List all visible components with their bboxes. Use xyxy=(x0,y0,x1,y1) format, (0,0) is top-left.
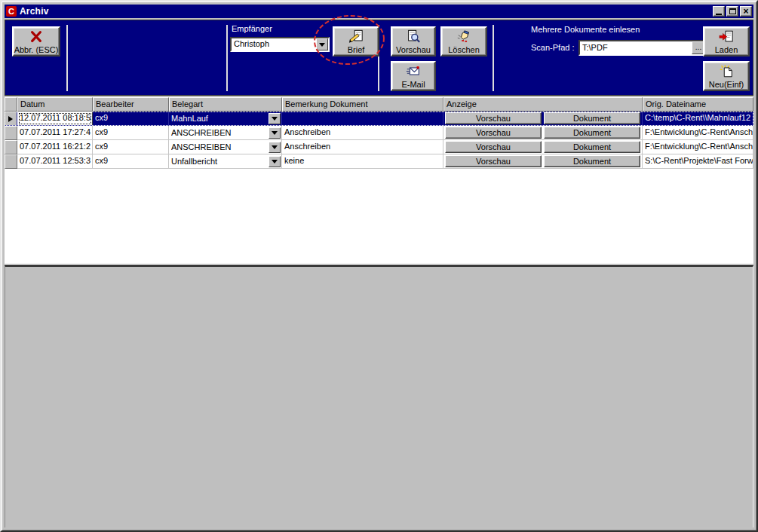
header-orig-dateiname[interactable]: Orig. Dateiname xyxy=(643,97,753,112)
loeschen-button-label: Löschen xyxy=(448,45,480,54)
table-row[interactable]: 07.07.2011 17:27:4 cx9 ANSCHREIBEN Ansch… xyxy=(5,126,753,140)
belegart-dropdown-button[interactable] xyxy=(269,142,281,153)
grid-header-row: Datum Bearbeiter Belegart Bemerkung Doku… xyxy=(5,97,753,112)
brief-button[interactable]: Brief xyxy=(333,26,379,57)
current-row-arrow-icon xyxy=(8,116,16,122)
new-document-icon xyxy=(719,64,734,79)
laden-button[interactable]: Laden xyxy=(703,26,750,57)
minimize-button[interactable] xyxy=(713,6,725,17)
scan-pfad-value: T:\PDF xyxy=(580,41,692,54)
empfaenger-combobox[interactable]: Christoph xyxy=(230,37,330,52)
abort-button[interactable]: Abbr. (ESC) xyxy=(12,26,60,57)
loeschen-button[interactable]: Löschen xyxy=(440,26,487,57)
cell-belegart: ANSCHREIBEN xyxy=(169,140,282,154)
close-icon: × xyxy=(743,8,748,15)
cell-belegart: MahnLauf xyxy=(169,112,282,126)
belegart-dropdown-button[interactable] xyxy=(269,113,281,124)
chevron-down-icon xyxy=(272,145,278,152)
maximize-button[interactable] xyxy=(726,6,738,17)
cell-belegart: Unfallbericht xyxy=(169,154,282,169)
toolbar-separator xyxy=(226,25,228,91)
red-x-icon xyxy=(29,29,43,44)
header-datum[interactable]: Datum xyxy=(17,97,93,112)
chevron-down-icon xyxy=(272,117,278,124)
header-belegart[interactable]: Belegart xyxy=(169,97,282,112)
cell-anzeige: Vorschau Dokument xyxy=(443,154,643,169)
row-vorschau-button[interactable]: Vorschau xyxy=(445,141,542,153)
scan-pfad-field[interactable]: T:\PDF ... xyxy=(578,40,707,56)
mehrere-dokumente-label: Mehrere Dokumente einlesen xyxy=(531,25,640,34)
row-selector-cell xyxy=(5,112,17,126)
app-logo-icon: C xyxy=(6,6,17,17)
cell-orig-dateiname: F:\Entwicklung\C-Rent\Ansch xyxy=(643,140,753,154)
cell-datum: 07.07.2011 17:27:4 xyxy=(17,126,93,140)
vorschau-button-label: Vorschau xyxy=(396,45,431,54)
row-dokument-button[interactable]: Dokument xyxy=(544,141,640,153)
chevron-down-icon xyxy=(319,43,325,50)
row-dokument-button[interactable]: Dokument xyxy=(544,127,640,139)
archiv-window: C Archiv × Abbr. (ESC) Empfänger Christo… xyxy=(0,0,758,532)
cell-anzeige: Vorschau Dokument xyxy=(443,126,643,140)
cell-orig-dateiname: C:\temp\C-Rent\\Mahnlauf12 xyxy=(643,112,753,126)
belegart-dropdown-button[interactable] xyxy=(269,156,281,167)
eraser-icon xyxy=(456,29,471,44)
preview-panel xyxy=(5,265,753,527)
row-vorschau-button[interactable]: Vorschau xyxy=(445,112,542,124)
cell-datum: 12.07.2011 08:18:5 xyxy=(17,112,93,126)
toolbar-separator xyxy=(66,25,68,91)
cell-bearbeiter: cx9 xyxy=(93,154,169,169)
cell-anzeige: Vorschau Dokument xyxy=(443,140,643,154)
vorschau-button[interactable]: Vorschau xyxy=(391,26,436,57)
row-dokument-button[interactable]: Dokument xyxy=(544,155,640,167)
cell-anzeige: Vorschau Dokument xyxy=(443,112,643,126)
abort-button-label: Abbr. (ESC) xyxy=(14,45,59,54)
cell-datum: 07.07.2011 16:21:2 xyxy=(17,140,93,154)
belegart-value: ANSCHREIBEN xyxy=(171,128,269,137)
cell-bearbeiter: cx9 xyxy=(93,140,169,154)
cell-belegart: ANSCHREIBEN xyxy=(169,126,282,140)
table-row[interactable]: 07.07.2011 16:21:2 cx9 ANSCHREIBEN Ansch… xyxy=(5,140,753,154)
selector-header-cell xyxy=(5,97,17,112)
belegart-dropdown-button[interactable] xyxy=(269,127,281,139)
belegart-value: MahnLauf xyxy=(171,114,269,123)
neu-button[interactable]: Neu(Einf) xyxy=(703,61,750,91)
row-selector-cell xyxy=(5,140,17,154)
email-button[interactable]: E-Mail xyxy=(391,61,436,91)
maximize-icon xyxy=(729,8,736,14)
row-selector-cell xyxy=(5,126,17,140)
empfaenger-dropdown-button[interactable] xyxy=(316,38,328,50)
cell-bemerkung: Anschreiben xyxy=(282,140,443,154)
empfaenger-label: Empfänger xyxy=(232,24,272,33)
load-document-icon xyxy=(719,29,734,44)
table-row[interactable]: 12.07.2011 08:18:5 cx9 MahnLauf Vorschau… xyxy=(5,112,753,126)
row-vorschau-button[interactable]: Vorschau xyxy=(445,127,542,139)
close-button[interactable]: × xyxy=(740,6,752,17)
row-dokument-button[interactable]: Dokument xyxy=(544,112,640,124)
neu-button-label: Neu(Einf) xyxy=(709,80,744,89)
scan-pfad-label: Scan-Pfad : xyxy=(531,43,574,52)
letter-pen-icon xyxy=(348,29,364,44)
cell-orig-dateiname: S:\C-Rent\Projekte\Fast Forw xyxy=(643,154,753,169)
empfaenger-value: Christoph xyxy=(232,38,316,50)
belegart-value: ANSCHREIBEN xyxy=(171,142,269,151)
toolbar-separator xyxy=(493,25,494,91)
chevron-down-icon xyxy=(272,160,278,167)
row-vorschau-button[interactable]: Vorschau xyxy=(445,155,542,167)
cell-bemerkung: keine xyxy=(282,154,443,169)
row-selector-cell xyxy=(5,154,17,169)
cell-bemerkung: Anschreiben xyxy=(282,126,443,140)
brief-button-label: Brief xyxy=(348,45,365,54)
document-grid: Datum Bearbeiter Belegart Bemerkung Doku… xyxy=(5,97,753,264)
cell-bemerkung xyxy=(282,112,443,126)
chevron-down-icon xyxy=(272,131,278,138)
window-title: Archiv xyxy=(20,6,710,17)
minimize-icon xyxy=(716,14,722,15)
envelope-icon xyxy=(406,64,421,79)
header-bemerkung[interactable]: Bemerkung Dokument xyxy=(282,97,443,112)
header-anzeige[interactable]: Anzeige xyxy=(443,97,643,112)
titlebar: C Archiv × xyxy=(5,5,753,18)
cell-bearbeiter: cx9 xyxy=(93,112,169,126)
header-bearbeiter[interactable]: Bearbeiter xyxy=(93,97,169,112)
table-row[interactable]: 07.07.2011 12:53:3 cx9 Unfallbericht kei… xyxy=(5,154,753,169)
cell-datum: 07.07.2011 12:53:3 xyxy=(17,154,93,169)
